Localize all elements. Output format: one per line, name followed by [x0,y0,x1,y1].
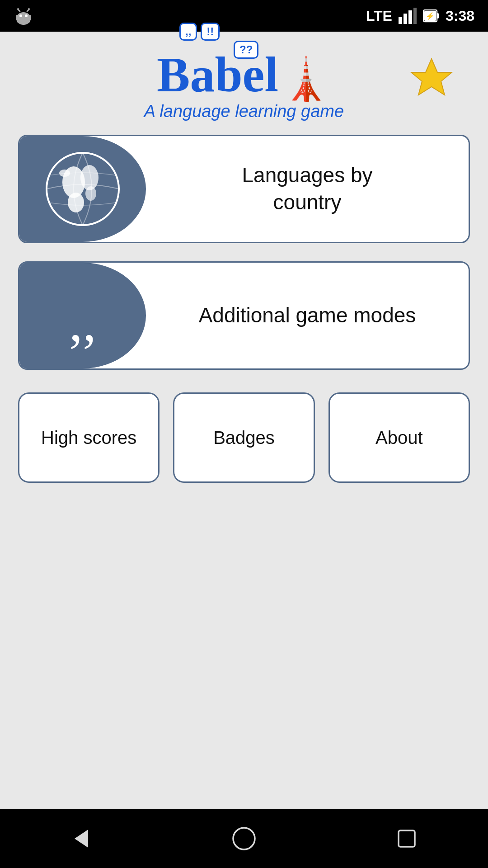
svg-rect-10 [399,17,402,24]
svg-rect-15 [437,13,439,19]
svg-text:⚡: ⚡ [426,12,435,20]
logo-row: Babel ,, !! ?? 🗼 [157,50,331,99]
navigation-bar [0,809,488,868]
app-header: Babel ,, !! ?? 🗼 A language learning gam… [18,50,470,121]
status-bar: LTE ⚡ 3:38 [0,0,488,32]
back-button[interactable] [63,821,99,857]
time-display: 3:38 [446,8,474,24]
svg-point-2 [19,14,22,17]
logo-container: Babel ,, !! ?? 🗼 A language learning gam… [144,50,344,121]
svg-rect-1 [17,15,30,23]
logo-graphic: Babel ,, !! ?? 🗼 [157,50,331,99]
home-icon [230,825,258,852]
svg-point-3 [25,14,28,17]
tower-icon: 🗼 [281,59,331,99]
bubble-1: ,, [179,23,197,41]
svg-rect-13 [413,8,417,24]
svg-point-7 [28,8,30,10]
high-scores-button[interactable]: High scores [18,392,160,483]
bubble-2: !! [201,23,220,41]
recents-icon [393,825,420,852]
signal-icon [399,8,417,24]
globe-icon-container [19,136,146,242]
about-label: About [375,428,423,448]
globe-icon [42,148,123,230]
lte-label: LTE [366,8,392,24]
svg-point-21 [68,193,84,212]
babel-text: Babel [157,50,278,99]
svg-marker-26 [75,830,88,848]
additional-game-modes-label: Additional game modes [146,263,469,368]
star-icon [407,54,456,104]
bubble-3: ?? [234,41,258,59]
svg-point-5 [17,8,19,10]
favorites-star[interactable] [407,54,456,106]
svg-rect-9 [28,15,31,20]
svg-rect-12 [408,10,412,24]
status-icons: LTE ⚡ 3:38 [366,8,474,24]
home-button[interactable] [226,821,262,857]
additional-game-modes-button[interactable]: ,, Additional game modes [18,261,470,370]
app-subtitle: A language learning game [144,102,344,121]
game-buttons-container: Languages bycountry ,, Additional game m… [18,135,470,370]
speech-bubbles-2: ?? [234,41,258,59]
svg-marker-18 [411,59,452,95]
back-icon [68,825,95,852]
languages-by-country-label: Languages bycountry [146,136,469,242]
quotes-icon-container: ,, [19,263,146,368]
recents-button[interactable] [389,821,425,857]
svg-rect-11 [404,14,407,24]
badges-button[interactable]: Badges [173,392,314,483]
quotes-icon: ,, [69,282,96,349]
svg-point-27 [233,828,255,849]
high-scores-label: High scores [41,428,136,448]
battery-icon: ⚡ [423,8,439,24]
bottom-buttons-container: High scores Badges About [18,392,470,483]
speech-bubbles: ,, !! [179,23,220,41]
android-icon [14,6,33,26]
languages-by-country-button[interactable]: Languages bycountry [18,135,470,243]
status-bar-left [14,0,33,32]
svg-rect-28 [399,830,415,847]
badges-label: Badges [213,428,275,448]
main-content: Babel ,, !! ?? 🗼 A language learning gam… [0,32,488,809]
about-button[interactable]: About [328,392,470,483]
svg-rect-8 [16,15,19,20]
